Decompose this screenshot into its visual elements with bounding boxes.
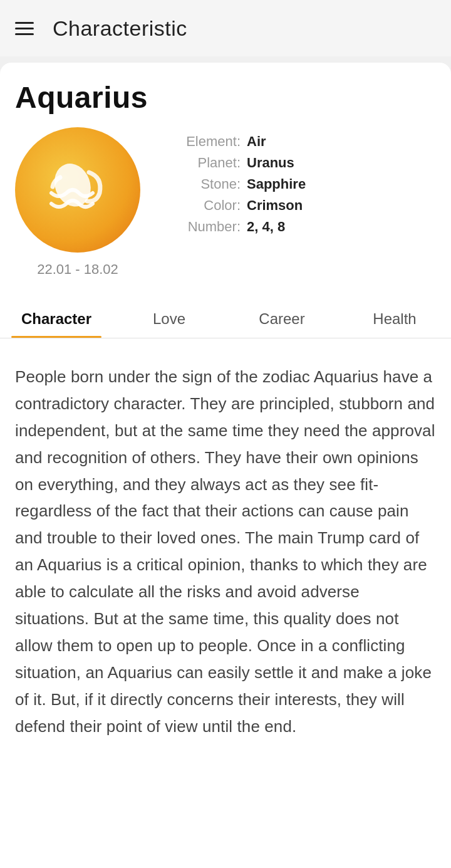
planet-row: Planet: Uranus [159,155,436,171]
sign-dates: 22.01 - 18.02 [37,261,118,278]
color-label: Color: [159,197,241,214]
number-value: 2, 4, 8 [247,219,285,235]
app-header: Characteristic [0,0,451,56]
page-title: Characteristic [53,16,187,41]
color-value: Crimson [247,197,303,214]
sign-circle [15,127,140,253]
tabs-bar: Character Love Career Health [0,296,451,338]
element-row: Element: Air [159,133,436,150]
element-label: Element: [159,133,241,150]
sign-attributes: Element: Air Planet: Uranus Stone: Sapph… [159,127,436,235]
character-content: People born under the sign of the zodiac… [15,363,436,740]
aquarius-icon [34,146,122,234]
element-value: Air [247,133,266,150]
number-label: Number: [159,219,241,235]
color-row: Color: Crimson [159,197,436,214]
planet-value: Uranus [247,155,294,171]
svg-point-0 [49,159,97,212]
stone-row: Stone: Sapphire [159,176,436,192]
sign-info-row: 22.01 - 18.02 Element: Air Planet: Uranu… [15,127,436,278]
number-row: Number: 2, 4, 8 [159,219,436,235]
tab-love[interactable]: Love [113,296,226,338]
stone-value: Sapphire [247,176,306,192]
tab-career[interactable]: Career [226,296,338,338]
stone-label: Stone: [159,176,241,192]
tab-health[interactable]: Health [338,296,451,338]
sign-name: Aquarius [15,80,436,115]
planet-label: Planet: [159,155,241,171]
tab-character[interactable]: Character [0,296,113,338]
sign-icon-container: 22.01 - 18.02 [15,127,140,278]
content-card: Aquarius [0,63,451,868]
menu-button[interactable] [15,22,34,35]
